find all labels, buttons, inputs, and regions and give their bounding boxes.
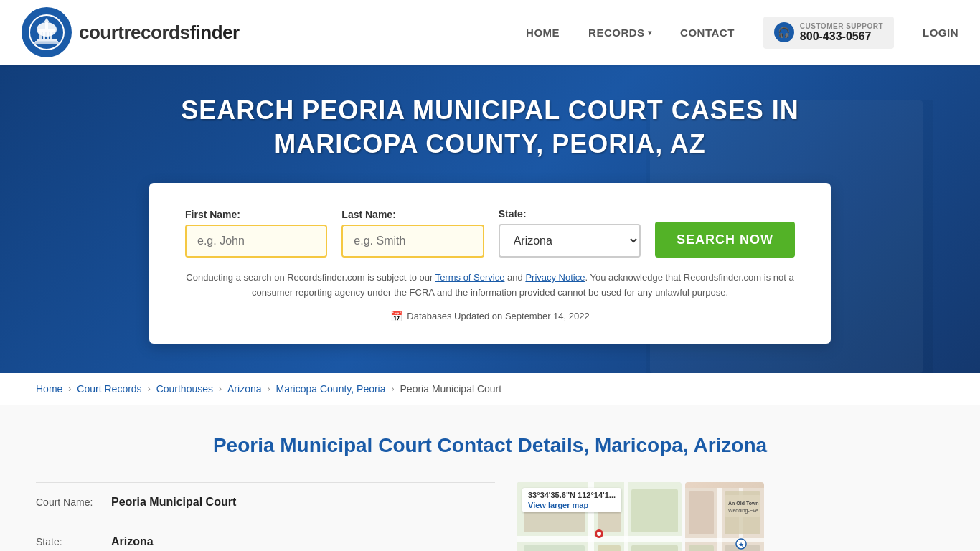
- state-group: State: AlabamaAlaskaArizonaArkansasCalif…: [499, 208, 641, 258]
- search-fields: First Name: Last Name: State: AlabamaAla…: [185, 208, 795, 258]
- logo-link[interactable]: courtrecordsfinder: [22, 7, 240, 57]
- state-label: State:: [499, 208, 641, 220]
- court-state-value: Arizona: [111, 535, 154, 548]
- view-larger-map-link[interactable]: View larger map: [528, 501, 616, 509]
- svg-rect-31: [689, 545, 714, 551]
- svg-rect-21: [598, 545, 621, 551]
- breadcrumb-separator-5: ›: [392, 384, 395, 394]
- nav-contact[interactable]: CONTACT: [680, 27, 735, 39]
- headphone-icon: 🎧: [774, 22, 794, 42]
- map-coords: 33°34'35.6"N 112°14'1... View larger map: [522, 488, 621, 512]
- svg-rect-3: [39, 32, 42, 39]
- breadcrumb: Home › Court Records › Courthouses › Ari…: [0, 373, 980, 405]
- login-button[interactable]: LOGIN: [923, 27, 958, 39]
- svg-text:★: ★: [738, 541, 744, 548]
- db-update: 📅 Databases Updated on September 14, 202…: [185, 311, 795, 322]
- svg-rect-5: [47, 32, 49, 39]
- tos-link[interactable]: Terms of Service: [435, 272, 505, 283]
- breadcrumb-separator-1: ›: [68, 384, 71, 394]
- hero-section: SEARCH PEORIA MUNICIPAL COURT CASES IN M…: [0, 65, 980, 373]
- svg-rect-30: [689, 491, 714, 534]
- court-details-grid: Court Name: Peoria Municipal Court State…: [36, 482, 944, 551]
- court-name-label: Court Name:: [36, 496, 104, 508]
- court-state-label: State:: [36, 536, 104, 547]
- section-title: Peoria Municipal Court Contact Details, …: [36, 434, 944, 457]
- main-content: Peoria Municipal Court Contact Details, …: [0, 405, 980, 551]
- svg-rect-28: [717, 488, 722, 551]
- privacy-link[interactable]: Privacy Notice: [525, 272, 585, 283]
- last-name-label: Last Name:: [341, 209, 484, 220]
- breadcrumb-current: Peoria Municipal Court: [400, 383, 502, 395]
- main-map: 33°34'35.6"N 112°14'1... View larger map: [517, 482, 682, 551]
- support-number: 800-433-0567: [800, 30, 883, 43]
- nav-home[interactable]: HOME: [526, 27, 560, 39]
- support-info: CUSTOMER SUPPORT 800-433-0567: [800, 22, 883, 43]
- search-card: First Name: Last Name: State: AlabamaAla…: [149, 183, 831, 344]
- svg-rect-10: [45, 22, 48, 29]
- first-name-group: First Name:: [185, 209, 327, 258]
- hero-title: SEARCH PEORIA MUNICIPAL COURT CASES IN M…: [167, 94, 813, 161]
- secondary-map: An Old Town Wedding-Eve ★: [685, 482, 764, 551]
- main-nav: HOME RECORDS ▾ CONTACT 🎧 CUSTOMER SUPPOR…: [526, 17, 958, 49]
- chevron-down-icon: ▾: [648, 29, 652, 37]
- svg-text:Wedding-Eve: Wedding-Eve: [728, 508, 758, 514]
- site-header: courtrecordsfinder HOME RECORDS ▾ CONTAC…: [0, 0, 980, 65]
- court-name-value: Peoria Municipal Court: [111, 496, 236, 509]
- state-select[interactable]: AlabamaAlaskaArizonaArkansasCaliforniaCo…: [499, 224, 641, 258]
- court-name-row: Court Name: Peoria Municipal Court: [36, 482, 495, 522]
- breadcrumb-separator-2: ›: [148, 384, 151, 394]
- first-name-label: First Name:: [185, 209, 327, 220]
- svg-rect-8: [35, 41, 58, 42]
- logo-text: courtrecordsfinder: [79, 22, 240, 44]
- svg-rect-6: [50, 32, 52, 39]
- nav-records[interactable]: RECORDS ▾: [588, 27, 651, 39]
- svg-rect-4: [43, 32, 45, 39]
- svg-rect-34: [725, 495, 760, 517]
- svg-rect-16: [624, 482, 628, 551]
- svg-rect-26: [685, 538, 764, 542]
- breadcrumb-home[interactable]: Home: [36, 383, 62, 395]
- svg-rect-2: [38, 29, 55, 32]
- breadcrumb-court-records[interactable]: Court Records: [77, 383, 141, 395]
- svg-rect-22: [631, 545, 678, 551]
- breadcrumb-maricopa[interactable]: Maricopa County, Peoria: [275, 383, 385, 395]
- breadcrumb-courthouses[interactable]: Courthouses: [156, 383, 213, 395]
- calendar-icon: 📅: [390, 311, 402, 322]
- svg-text:An Old Town: An Old Town: [728, 501, 759, 506]
- last-name-group: Last Name:: [341, 209, 484, 258]
- svg-rect-9: [34, 42, 60, 44]
- court-state-row: State: Arizona: [36, 522, 495, 551]
- secondary-map-inner: An Old Town Wedding-Eve ★: [685, 482, 764, 551]
- support-label: CUSTOMER SUPPORT: [800, 22, 883, 30]
- court-info: Court Name: Peoria Municipal Court State…: [36, 482, 495, 551]
- breadcrumb-separator-3: ›: [219, 384, 222, 394]
- disclaimer-text: Conducting a search on Recordsfinder.com…: [185, 270, 795, 301]
- breadcrumb-arizona[interactable]: Arizona: [227, 383, 261, 395]
- svg-rect-20: [631, 489, 678, 532]
- first-name-input[interactable]: [185, 225, 327, 258]
- breadcrumb-separator-4: ›: [267, 384, 270, 394]
- svg-rect-18: [524, 545, 585, 551]
- svg-rect-7: [37, 39, 57, 41]
- support-area: 🎧 CUSTOMER SUPPORT 800-433-0567: [763, 17, 894, 49]
- map-container: 33°34'35.6"N 112°14'1... View larger map: [517, 482, 764, 551]
- svg-point-24: [597, 532, 601, 536]
- search-button[interactable]: SEARCH NOW: [655, 222, 795, 258]
- last-name-input[interactable]: [341, 225, 484, 258]
- logo-icon: [22, 7, 72, 57]
